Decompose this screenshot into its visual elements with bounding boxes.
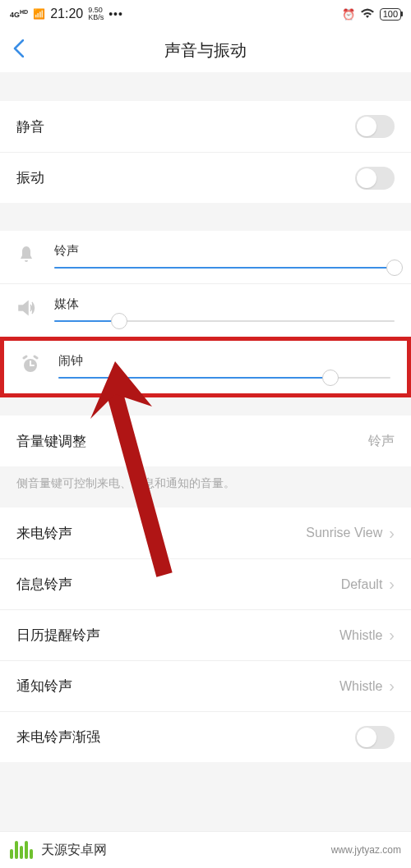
- calendar-ringtone-label: 日历提醒铃声: [16, 626, 339, 645]
- mute-label: 静音: [16, 117, 355, 136]
- vibrate-label: 振动: [16, 168, 355, 187]
- speaker-icon: [16, 298, 38, 321]
- chevron-right-icon: ›: [389, 626, 395, 645]
- page-title: 声音与振动: [0, 39, 411, 62]
- media-slider[interactable]: [54, 320, 395, 322]
- incoming-ringtone-label: 来电铃声: [16, 524, 306, 543]
- alarm-volume-block: 闹钟: [4, 341, 407, 393]
- alarm-slider-label: 闹钟: [58, 353, 390, 369]
- speed-indicator: 9.50 KB/s: [88, 7, 104, 21]
- wifi-icon: [360, 7, 375, 21]
- chevron-right-icon: ›: [389, 524, 395, 543]
- volume-key-label: 音量键调整: [16, 432, 368, 451]
- mute-row[interactable]: 静音: [0, 101, 411, 152]
- message-ringtone-row[interactable]: 信息铃声 Default ›: [0, 558, 411, 609]
- battery-indicator: 100: [380, 8, 401, 21]
- watermark-logo: [10, 841, 33, 859]
- incoming-ringtone-value: Sunrise View: [306, 526, 382, 540]
- volume-key-helper: 侧音量键可控制来电、信息和通知的音量。: [0, 466, 411, 507]
- more-dots: •••: [109, 7, 123, 21]
- alarm-icon: ⏰: [342, 8, 355, 21]
- calendar-ringtone-row[interactable]: 日历提醒铃声 Whistle ›: [0, 609, 411, 660]
- back-button[interactable]: [13, 38, 24, 63]
- bell-icon: [16, 245, 38, 268]
- message-ringtone-label: 信息铃声: [16, 575, 341, 594]
- highlight-annotation: 闹钟: [0, 337, 411, 397]
- ring-slider[interactable]: [54, 267, 395, 269]
- volume-key-row[interactable]: 音量键调整 铃声: [0, 416, 411, 466]
- incoming-ringtone-row[interactable]: 来电铃声 Sunrise View ›: [0, 507, 411, 558]
- ring-slider-label: 铃声: [54, 243, 395, 259]
- crescendo-toggle[interactable]: [355, 726, 395, 749]
- watermark-url: www.jytyaz.com: [331, 844, 401, 856]
- vibrate-toggle[interactable]: [355, 167, 395, 190]
- calendar-ringtone-value: Whistle: [339, 628, 382, 643]
- alarm-slider[interactable]: [58, 377, 390, 379]
- watermark-text: 天源安卓网: [41, 842, 107, 859]
- media-volume-block: 媒体: [0, 283, 411, 337]
- nav-bar: 声音与振动: [0, 28, 411, 73]
- chevron-right-icon: ›: [389, 677, 395, 696]
- notification-ringtone-row[interactable]: 通知铃声 Whistle ›: [0, 660, 411, 711]
- notification-ringtone-value: Whistle: [339, 679, 382, 694]
- ring-volume-block: 铃声: [0, 231, 411, 283]
- crescendo-label: 来电铃声渐强: [16, 728, 355, 746]
- volume-key-value: 铃声: [368, 433, 395, 450]
- message-ringtone-value: Default: [341, 577, 383, 592]
- status-bar: 4GHD 📶 21:20 9.50 KB/s ••• ⏰ 100: [0, 0, 411, 28]
- network-indicator: 4GHD: [10, 9, 28, 19]
- mute-toggle[interactable]: [355, 115, 395, 138]
- vibrate-row[interactable]: 振动: [0, 152, 411, 203]
- alarm-clock-icon: [21, 355, 42, 378]
- clock: 21:20: [50, 7, 83, 21]
- crescendo-row[interactable]: 来电铃声渐强: [0, 711, 411, 762]
- chevron-right-icon: ›: [389, 575, 395, 594]
- notification-ringtone-label: 通知铃声: [16, 677, 339, 696]
- watermark: 天源安卓网 www.jytyaz.com: [0, 831, 411, 868]
- media-slider-label: 媒体: [54, 296, 395, 312]
